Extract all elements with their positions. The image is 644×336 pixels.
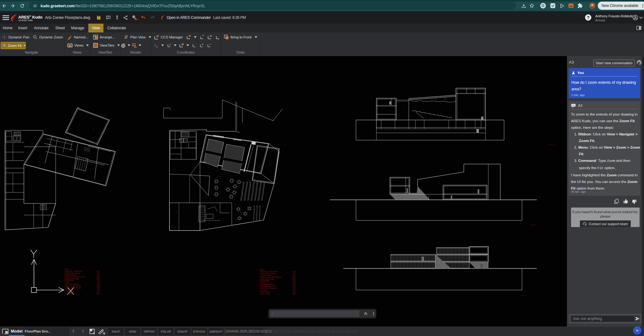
svg-text:612.0: 612.0 bbox=[97, 276, 100, 278]
svg-text:64.2: 64.2 bbox=[293, 275, 296, 276]
svg-text:612.0: 612.0 bbox=[292, 276, 296, 278]
svg-text:96.4: 96.4 bbox=[97, 283, 100, 285]
svg-text:42.2: 42.2 bbox=[293, 280, 296, 282]
svg-text:1: 1 bbox=[157, 35, 158, 37]
svg-text:120.6: 120.6 bbox=[97, 293, 100, 294]
svg-text:1 Entry Hall - Lobby/Lounge: 1 Entry Hall - Lobby/Lounge bbox=[64, 271, 82, 272]
svg-text:124.8: 124.8 bbox=[292, 286, 296, 287]
svg-text:52.9: 52.9 bbox=[97, 289, 100, 291]
svg-text:10 Technical - Mechanical: 10 Technical - Mechanical bbox=[260, 288, 276, 289]
svg-text:2 Shop & Cafe - Servery: 2 Shop & Cafe - Servery bbox=[64, 272, 80, 274]
svg-text:Rooms: Rooms bbox=[64, 269, 69, 270]
svg-text:212.5: 212.5 bbox=[292, 271, 296, 272]
svg-text:47.3: 47.3 bbox=[97, 291, 100, 293]
svg-text:12 Plant Room: 12 Plant Room bbox=[260, 291, 269, 293]
svg-text:88.2: 88.2 bbox=[293, 288, 296, 289]
svg-text:10 Technical - Mechanical: 10 Technical - Mechanical bbox=[64, 287, 81, 289]
svg-text:8 Workshop - Scenery: 8 Workshop - Scenery bbox=[64, 283, 79, 285]
svg-text:188.5: 188.5 bbox=[97, 278, 100, 280]
svg-text:G: G bbox=[541, 3, 544, 8]
svg-text:5 Stage & Back Stage: 5 Stage & Back Stage bbox=[64, 278, 79, 280]
svg-text:52.9: 52.9 bbox=[293, 289, 296, 291]
svg-text:42.2: 42.2 bbox=[97, 280, 100, 281]
svg-text:Rooms: Rooms bbox=[260, 269, 264, 271]
svg-text:120.6: 120.6 bbox=[292, 293, 296, 295]
svg-text:4 Multi-Use Hall - Main Audito: 4 Multi-Use Hall - Main Auditorium bbox=[260, 276, 282, 278]
svg-text:8 Workshop - Scenery: 8 Workshop - Scenery bbox=[260, 284, 274, 285]
svg-text:13 Service Yard: 13 Service Yard bbox=[64, 293, 75, 294]
svg-text:2 Shop & Cafe - Servery: 2 Shop & Cafe - Servery bbox=[260, 273, 275, 274]
svg-text:9 Rehearsal Room & Hall: 9 Rehearsal Room & Hall bbox=[64, 285, 81, 287]
svg-text:7 Office: 7 Office bbox=[64, 282, 69, 283]
svg-text:11 Storage: 11 Storage bbox=[260, 289, 267, 291]
svg-text:212.5: 212.5 bbox=[97, 271, 100, 272]
svg-text:3 Cloakroom/WCs: 3 Cloakroom/WCs bbox=[260, 275, 272, 276]
svg-text:section 2: section 2 bbox=[531, 224, 537, 226]
svg-text:section 3: section 3 bbox=[520, 295, 526, 296]
svg-text:9 Rehearsal Room & Hall: 9 Rehearsal Room & Hall bbox=[260, 286, 276, 287]
svg-text:88.2: 88.2 bbox=[97, 287, 100, 289]
svg-text:96.4: 96.4 bbox=[293, 284, 296, 285]
svg-text:?: ? bbox=[587, 15, 590, 20]
svg-text:64.2: 64.2 bbox=[97, 274, 100, 276]
svg-text:7 Office: 7 Office bbox=[260, 282, 265, 283]
svg-text:81.0: 81.0 bbox=[97, 272, 100, 274]
svg-text:4 Multi-Use Hall - Main Audito: 4 Multi-Use Hall - Main Auditorium bbox=[64, 276, 86, 278]
svg-text:3 Cloakroom/WCs: 3 Cloakroom/WCs bbox=[64, 274, 76, 276]
svg-text:188.5: 188.5 bbox=[292, 278, 296, 280]
svg-text:section 1: section 1 bbox=[549, 144, 555, 145]
svg-text:6 Green Room: 6 Green Room bbox=[260, 280, 269, 282]
svg-text:1 Entry Hall - Lobby/Lounge: 1 Entry Hall - Lobby/Lounge bbox=[260, 271, 278, 272]
svg-text:5 Stage & Back Stage: 5 Stage & Back Stage bbox=[260, 278, 274, 280]
svg-text:6 Green Room: 6 Green Room bbox=[64, 280, 74, 281]
svg-text:38.6: 38.6 bbox=[293, 282, 296, 283]
svg-text:47.3: 47.3 bbox=[293, 291, 296, 293]
svg-text:13 Service Yard: 13 Service Yard bbox=[260, 293, 270, 295]
svg-text:38.6: 38.6 bbox=[97, 282, 100, 283]
svg-text:81.0: 81.0 bbox=[293, 273, 296, 274]
svg-text:11 Storage: 11 Storage bbox=[64, 289, 72, 291]
svg-text:124.8: 124.8 bbox=[97, 285, 100, 287]
svg-text:12 Plant Room: 12 Plant Room bbox=[64, 291, 74, 293]
